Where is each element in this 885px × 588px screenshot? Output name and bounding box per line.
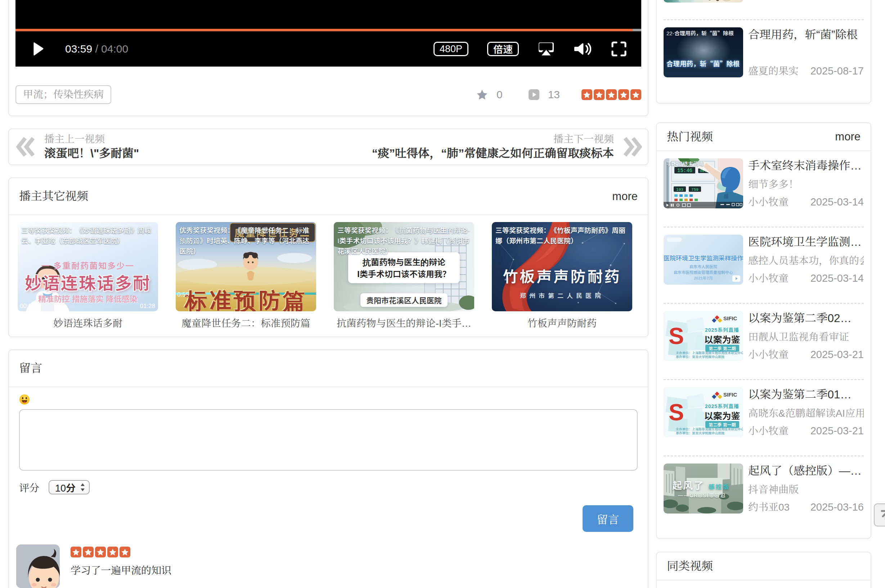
favorite-star-icon[interactable] bbox=[476, 89, 488, 100]
video-info: 医院环境卫生学监测… 感控人员基本功，你真的会采 小小牧童 2025-03-14 bbox=[748, 235, 864, 285]
svg-text:15:46: 15:46 bbox=[677, 168, 693, 174]
list-item[interactable] bbox=[664, 0, 864, 20]
video-thumbnail[interactable]: 三等奖获奖视频：《抗菌药物与医生的辩论-I类手术切口该不该用我？》韩健梅（贵阳市… bbox=[334, 222, 474, 311]
video-author[interactable]: 盛夏的果实 bbox=[748, 63, 799, 77]
thumb-scene bbox=[664, 0, 743, 3]
video-title[interactable]: 以案为鉴第二季01… bbox=[748, 387, 864, 402]
prev-video-link[interactable]: 播主上一视频 滚蛋吧！\"多耐菌" bbox=[16, 133, 139, 161]
play-icon[interactable] bbox=[31, 41, 45, 57]
video-thumbnail[interactable]: S SIFIC 2025系列直播 以案为鉴 第二季 第一期 主办单位：上海斯菲克… bbox=[664, 387, 743, 437]
video-date: 2025-03-21 bbox=[810, 425, 864, 437]
progress-bar[interactable] bbox=[15, 29, 641, 31]
list-item[interactable]: S SIFIC 2025系列直播 以案为鉴 第二季 第二期 主办单位：上海斯菲克… bbox=[664, 304, 864, 380]
video-meta: 小小牧童 2025-03-21 bbox=[748, 423, 864, 437]
submit-comment-button[interactable]: 留言 bbox=[583, 505, 633, 532]
chevron-left-icon bbox=[16, 137, 35, 157]
video-info: 起风了（感控版）—… 抖音神曲版 约书亚03 2025-03-16 bbox=[748, 464, 864, 513]
video-card-item[interactable]: 三等奖获奖视频：《妙语连珠话多耐》周峻云、李亚晗（东部战区空军医院） 一 多重耐… bbox=[18, 222, 158, 331]
video-subtitle: 田靓从卫监视角看审证 bbox=[748, 331, 864, 343]
video-author[interactable]: 小小牧童 bbox=[748, 270, 789, 285]
svg-text:193: 193 bbox=[676, 188, 684, 192]
video-title[interactable]: 医院环境卫生学监测… bbox=[748, 235, 864, 249]
star-icon bbox=[71, 547, 81, 557]
thumb-subtitle: ——CRBSI零容忍 bbox=[678, 492, 726, 499]
video-thumbnail[interactable]: 医院环境卫生学监测采样操作 启东市人民医院 启东市医院感染管理质量控制中心 20… bbox=[664, 235, 743, 285]
video-thumbnail[interactable]: 三等奖获奖视频：《妙语连珠话多耐》周峻云、李亚晗（东部战区空军医院） 一 多重耐… bbox=[18, 222, 158, 311]
video-caption[interactable]: 抗菌药物与医生的辩论-I类手… bbox=[334, 316, 474, 331]
rating-select[interactable]: 10分 bbox=[49, 480, 90, 495]
video-author[interactable]: 约书亚03 bbox=[748, 499, 790, 513]
star-icon bbox=[83, 547, 94, 557]
uploader-videos-title: 播主其它视频 bbox=[19, 178, 88, 214]
video-thumbnail[interactable]: S SIFIC 2025系列直播 以案为鉴 第二季 第二期 主办单位：上海斯菲克… bbox=[664, 311, 743, 361]
list-item[interactable]: 22-合理用药，斩“菌”除根 合理用药，斩“菌”除根 合理用药，斩“菌”除根 盛… bbox=[664, 20, 864, 96]
rating-stars[interactable] bbox=[581, 89, 641, 100]
prev-next-card: 播主上一视频 滚蛋吧！\"多耐菌" 播主下一视频 “痰”吐得体，“肺”常健康之如… bbox=[8, 129, 648, 165]
play-count-icon bbox=[529, 89, 539, 100]
boy-avatar-icon bbox=[16, 544, 60, 588]
star-icon bbox=[606, 89, 617, 100]
video-card-item[interactable]: 三等奖获奖视频：《竹板声声防耐药》周丽娜（郑州市第二人民医院） 竹板声声防耐药 … bbox=[492, 222, 632, 331]
list-item[interactable]: S SIFIC 2025系列直播 以案为鉴 第二季 第一期 主办单位：上海斯菲克… bbox=[664, 380, 864, 456]
emoji-picker-button[interactable] bbox=[19, 394, 30, 405]
back-to-top-button[interactable] bbox=[874, 503, 885, 526]
video-thumbnail[interactable]: 22-合理用药，斩“菌”除根 合理用药，斩“菌”除根 bbox=[664, 27, 743, 77]
svg-text:S: S bbox=[669, 399, 684, 425]
video-date: 2025-08-17 bbox=[810, 65, 864, 77]
thumb-decor bbox=[667, 237, 682, 242]
video-title[interactable]: 起风了（感控版）—… bbox=[748, 464, 864, 478]
video-author[interactable]: 小小牧童 bbox=[748, 194, 789, 208]
video-author[interactable]: 小小牧童 bbox=[748, 346, 789, 361]
next-video-link[interactable]: 播主下一视频 “痰”吐得体，“肺”常健康之如何正确留取痰标本 bbox=[372, 133, 642, 161]
star-glyph bbox=[84, 548, 92, 556]
video-card-item[interactable]: 魔童降世任务二 优秀奖获奖视频：《魔童降世任务二：标准 bbox=[176, 222, 316, 331]
video-thumbnail[interactable]: 三等奖获奖视频：《竹板声声防耐药》周丽娜（郑州市第二人民医院） 竹板声声防耐药 … bbox=[492, 222, 632, 311]
video-caption[interactable]: 魔童降世任务二：标准预防篇 bbox=[176, 316, 316, 331]
thumb-series: 2025系列直播 bbox=[701, 402, 743, 410]
video-title[interactable]: 手术室终末消毒操作… bbox=[748, 158, 864, 173]
video-tag[interactable]: 甲流；传染性疾病 bbox=[15, 85, 111, 104]
video-title[interactable]: 以案为鉴第二季02… bbox=[748, 311, 864, 325]
thumb-line3: 2021年7月 bbox=[664, 275, 743, 280]
list-item[interactable]: 起风了 感控版 ——CRBSI零容忍 起风了（感控版）—… 抖音神曲版 约书亚0… bbox=[664, 456, 864, 531]
hot-videos-title: 热门视频 bbox=[667, 123, 713, 150]
star-icon bbox=[581, 89, 592, 100]
list-item[interactable]: 医院环境卫生学监测采样操作 启东市人民医院 启东市医院感染管理质量控制中心 20… bbox=[664, 227, 864, 304]
video-player[interactable]: 03:59 / 04:00 480P 倍速 bbox=[15, 0, 641, 67]
recommend-card: 22-合理用药，斩“菌”除根 合理用药，斩“菌”除根 合理用药，斩“菌”除根 盛… bbox=[656, 0, 871, 104]
current-time: 03:59 bbox=[65, 43, 92, 55]
play-badge-icon bbox=[732, 275, 740, 282]
video-thumbnail[interactable]: 魔童降世任务二 优秀奖获奖视频：《魔童降世任务二：标准 bbox=[176, 222, 316, 311]
hot-videos-more-link[interactable]: more bbox=[835, 123, 861, 150]
prev-video-title: 滚蛋吧！\"多耐菌" bbox=[44, 146, 139, 161]
video-thumbnail[interactable]: 15:46 00:00 193 759 bbox=[664, 158, 743, 208]
hot-videos-list: 15:46 00:00 193 759 bbox=[657, 151, 871, 531]
comment-input[interactable] bbox=[19, 409, 638, 471]
video-card-item[interactable]: 三等奖获奖视频：《抗菌药物与医生的辩论-I类手术切口该不该用我？》韩健梅（贵阳市… bbox=[334, 222, 474, 331]
star-icon bbox=[630, 89, 641, 100]
star-icon bbox=[618, 89, 629, 100]
airplay-icon[interactable] bbox=[538, 41, 555, 57]
volume-icon[interactable] bbox=[574, 41, 592, 57]
uploader-videos-more-link[interactable]: more bbox=[612, 178, 638, 214]
list-item[interactable]: 15:46 00:00 193 759 bbox=[664, 151, 864, 227]
video-thumbnail[interactable]: 起风了 感控版 ——CRBSI零容忍 bbox=[664, 464, 743, 513]
video-info-card: 03:59 / 04:00 480P 倍速 甲流；传染性疾病 0 13 bbox=[8, 0, 648, 116]
video-author[interactable]: 小小牧童 bbox=[748, 423, 789, 437]
star-glyph bbox=[632, 91, 640, 99]
comments-body: 评分 10分 留言 bbox=[9, 387, 648, 588]
comments-title: 留言 bbox=[19, 350, 42, 387]
fullscreen-icon[interactable] bbox=[611, 41, 627, 57]
related-videos-title: 同类视频 bbox=[667, 552, 713, 580]
video-subtitle: 抖音神曲版 bbox=[748, 484, 864, 496]
quality-button[interactable]: 480P bbox=[434, 42, 469, 56]
video-caption[interactable]: 竹板声声防耐药 bbox=[492, 316, 632, 331]
speed-button[interactable]: 倍速 bbox=[487, 42, 519, 56]
video-title[interactable]: 合理用药，斩“菌”除根 bbox=[748, 27, 864, 42]
star-icon bbox=[120, 547, 130, 557]
sidebar: 22-合理用药，斩“菌”除根 合理用药，斩“菌”除根 合理用药，斩“菌”除根 盛… bbox=[656, 0, 871, 588]
video-caption[interactable]: 妙语连珠话多耐 bbox=[18, 316, 158, 331]
thumb-bottom-text: 郑州市第二人民医院 bbox=[492, 291, 632, 300]
video-thumbnail[interactable] bbox=[664, 0, 743, 3]
thumb-title: 起风了 感控版 bbox=[672, 478, 730, 492]
